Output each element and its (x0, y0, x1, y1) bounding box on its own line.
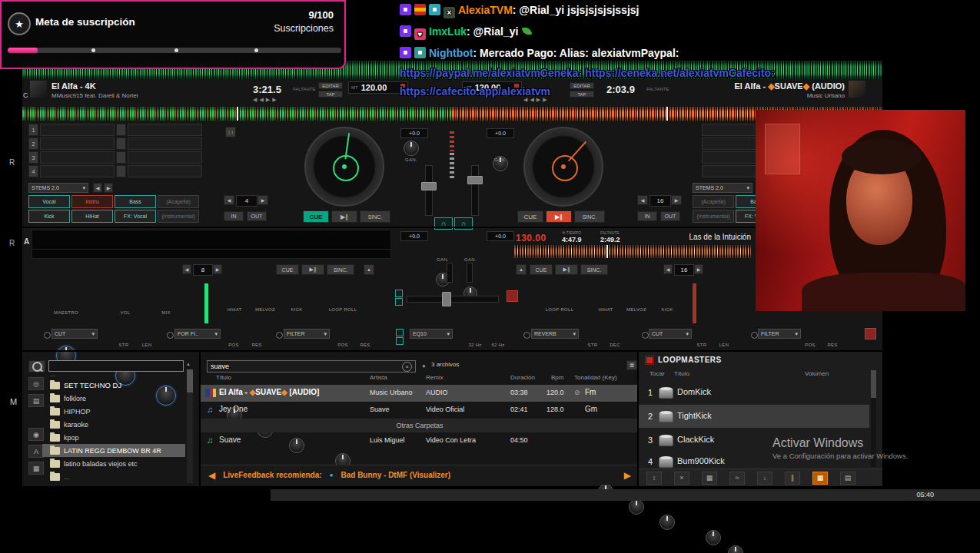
record-toggle[interactable] (865, 328, 876, 339)
text-view-icon[interactable]: A (28, 445, 44, 458)
eq-enable-check[interactable] (396, 329, 404, 336)
hotcue-slot[interactable] (40, 165, 115, 177)
hotcue-slot[interactable] (128, 165, 202, 177)
hotcue-number[interactable]: 4 (28, 165, 38, 177)
hotcue-number[interactable] (116, 124, 126, 136)
deck-a-volume-fader[interactable] (425, 165, 433, 216)
folder-item[interactable]: latino baladas viejos etc (42, 457, 185, 470)
loop-in-button[interactable]: IN (224, 211, 244, 221)
hotcue-number[interactable]: 2 (28, 137, 38, 150)
pause-icon[interactable]: ∥ (785, 472, 800, 485)
folder-scrollbar[interactable] (187, 369, 193, 483)
scroll-up-icon[interactable]: ▲ (186, 362, 191, 366)
column-header-title[interactable]: Título (674, 370, 689, 377)
column-header-duration[interactable]: Duración (510, 374, 535, 381)
hotcue-slot[interactable] (40, 137, 115, 150)
stem-pad[interactable]: Bass (115, 195, 156, 208)
chat-username[interactable]: ImxLuk (429, 25, 467, 38)
folder-item[interactable]: SET TECHNO DJ (42, 379, 185, 392)
fx-select-dropdown[interactable]: FILTER▾ (758, 329, 801, 339)
folder-item[interactable]: HIPHOP (42, 405, 185, 418)
deck-b-volume-fader[interactable] (471, 165, 479, 216)
stem-pad[interactable]: (Instrumental) (693, 210, 734, 223)
stems-mode-dropdown[interactable]: STEMS 2.0▾ (693, 183, 752, 193)
prev-recommendation-icon[interactable]: ◀ (208, 470, 215, 481)
hotcue-number[interactable] (116, 151, 126, 164)
folder-item[interactable]: folklore (42, 392, 185, 405)
deck-b-fader-handle[interactable] (467, 176, 483, 184)
folder-item[interactable]: ... (42, 369, 185, 379)
collapse-deck-button[interactable]: ▲ (364, 264, 374, 275)
loop-out-button[interactable]: OUT (660, 211, 680, 221)
cd-drive-icon[interactable]: ◎ (28, 377, 44, 390)
deck-4-play-button[interactable]: ▶∥ (555, 264, 578, 275)
deck-4-scroll-waveform[interactable] (514, 245, 751, 258)
deck-a-cue-button[interactable]: CUE (303, 210, 329, 223)
chat-username[interactable]: AlexiaTVM (458, 4, 513, 16)
stems-mode-dropdown[interactable]: STEMS 2.0▾ (28, 183, 88, 193)
sampler-pad-knob[interactable] (728, 545, 743, 553)
column-header-artist[interactable]: Artista (370, 374, 387, 381)
eq-select-dropdown[interactable]: EQ10▾ (410, 329, 453, 339)
close-icon[interactable]: × (674, 472, 689, 485)
stem-pad[interactable]: Vocal (28, 195, 70, 208)
loop-in-button[interactable]: IN (637, 211, 657, 221)
deck-b-cue-button[interactable]: CUE (517, 210, 543, 223)
folder-item[interactable]: kpop (42, 431, 185, 444)
column-header-play[interactable]: Tocar (649, 370, 665, 377)
track-search-input[interactable] (207, 360, 416, 373)
crossfader[interactable] (407, 296, 499, 303)
sample-row-selected[interactable]: 2 TightKick (639, 405, 869, 428)
folders-view-icon[interactable]: ▤ (28, 394, 44, 407)
track-row[interactable]: ♫ Jey One Suave Video Oficial 02:41 128.… (201, 402, 639, 419)
deck-b-sync-button[interactable]: SINC. (574, 210, 605, 223)
collapse-deck-button[interactable]: ▲ (516, 264, 527, 275)
resize-icon[interactable]: ↕ (646, 472, 662, 485)
stem-pad[interactable]: (Acapella) (693, 195, 734, 208)
stem-pad[interactable]: Instru (71, 195, 113, 208)
stem-pad[interactable]: HiHat (71, 210, 113, 223)
stem-pad[interactable]: (Acapella) (158, 195, 199, 208)
stem-pad[interactable]: (Instrumental) (158, 210, 199, 223)
eq-enable-check[interactable] (396, 337, 404, 345)
loop-double-button[interactable]: ▶ (213, 264, 222, 274)
hotcue-slot[interactable] (128, 124, 202, 136)
grid-view-icon[interactable]: ▦ (28, 462, 44, 475)
list-view-icon[interactable]: ▤ (840, 472, 855, 485)
livefeedback-track[interactable]: Bad Bunny - DtMF (Visualizer) (341, 471, 450, 479)
fx-enable-radio[interactable] (523, 332, 530, 339)
folder-item[interactable]: ... (42, 470, 185, 483)
fx-enable-radio[interactable] (751, 332, 758, 339)
track-row[interactable]: ♫ Suave Luis Miguel Video Con Letra 04:5… (201, 432, 639, 449)
hotcue-slot[interactable] (128, 151, 202, 164)
crossfader-handle[interactable] (442, 292, 451, 306)
deck-2-cue-button[interactable]: CUE (276, 264, 299, 275)
loop-half-button[interactable]: ◀ (182, 264, 191, 274)
crossfader-assign-a[interactable] (395, 290, 403, 297)
list-options-icon[interactable]: ≣ (626, 360, 637, 370)
hotcue-number[interactable] (116, 165, 126, 177)
hotcue-number[interactable]: 1 (28, 124, 38, 136)
loop-double-button[interactable]: ▶ (257, 195, 268, 205)
track-row-selected[interactable]: El Alfa - ◆SUAVE◆ [AUDIO] Music Urbano A… (201, 385, 639, 402)
deck-4-sync-button[interactable]: SINC. (580, 264, 608, 275)
pause-indicator-icon[interactable]: ❘❘ (225, 127, 236, 137)
hotcue-slot[interactable] (40, 151, 115, 164)
loop-double-button[interactable]: ▶ (694, 264, 703, 274)
folder-item-selected[interactable]: LATIN REGG DEMBOW BR 4R (42, 444, 185, 457)
stems-next-button[interactable]: ▶ (104, 183, 113, 193)
tap-button[interactable]: TAP (318, 91, 343, 98)
deck-a-seek-arrows[interactable]: ◀◀▶▶ (253, 97, 279, 103)
deck-a-jog-wheel[interactable] (304, 127, 384, 207)
deck-4-cue-button[interactable]: CUE (530, 264, 553, 275)
deck-2-waveform-empty[interactable] (32, 230, 391, 259)
deck-b-jog-wheel[interactable] (523, 127, 603, 207)
tap-button[interactable]: TAP (570, 91, 594, 98)
deck-a-play-button[interactable]: ▶∥ (331, 210, 357, 223)
fx-select-dropdown[interactable]: FILTER▾ (284, 329, 330, 339)
column-header-key[interactable]: Tonalidad (Key) (574, 374, 617, 381)
sample-row[interactable]: 1 DomKick (639, 381, 869, 404)
fx-select-dropdown[interactable]: CUT▾ (649, 329, 692, 339)
column-header-volume[interactable]: Volumen (805, 370, 829, 377)
stem-pad[interactable]: Kick (28, 210, 70, 223)
